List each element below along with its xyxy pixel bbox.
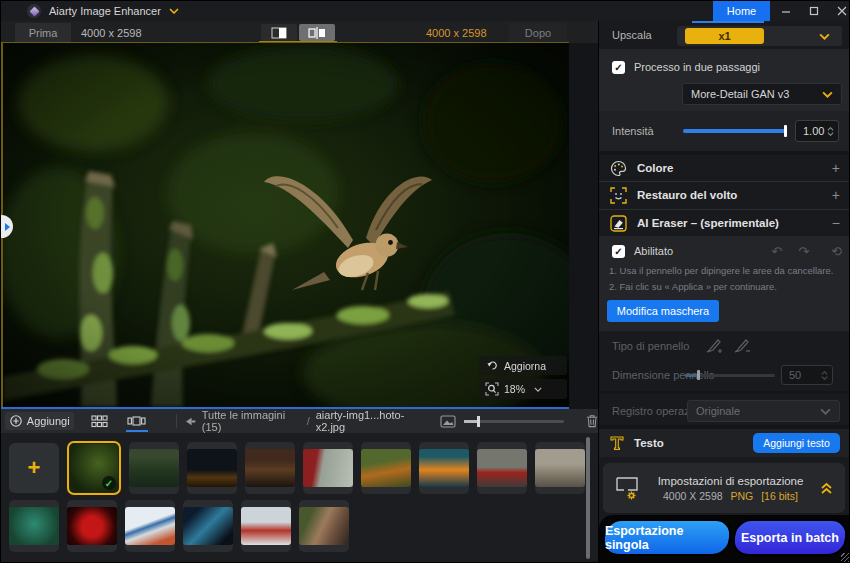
thumbnail-dog-art[interactable]: [183, 500, 233, 552]
section-color-title: Colore: [637, 162, 673, 174]
thumbnail-size-slider-handle[interactable]: [477, 416, 480, 427]
zoom-level-control[interactable]: 18%: [479, 379, 567, 399]
filmstrip-toolbar: Aggiungi Tutte le immagini (15) / ai: [1, 409, 598, 433]
thumbnail-image: [245, 449, 295, 487]
image-canvas[interactable]: [1, 42, 569, 407]
home-button[interactable]: Home: [713, 1, 770, 21]
minimize-button[interactable]: [773, 1, 799, 21]
intensity-value: 1.00: [803, 125, 824, 137]
intensity-spinner-arrows[interactable]: [827, 127, 834, 136]
section-color-expand-icon[interactable]: +: [832, 160, 840, 176]
thumbnail-image: [183, 507, 233, 545]
thumbnail-sunset-reeds[interactable]: [419, 442, 469, 494]
grid-view-button[interactable]: [88, 412, 111, 430]
window-resize-grip[interactable]: [841, 553, 850, 563]
model-dropdown[interactable]: More-Detail GAN v3: [682, 83, 842, 105]
intensity-slider-handle[interactable]: [784, 125, 787, 137]
redo-icon[interactable]: ↷: [798, 244, 809, 259]
export-settings-texts: Impostazioni di esportazione 4000 X 2598…: [641, 475, 820, 502]
upscale-dropdown[interactable]: x1: [677, 26, 842, 46]
export-settings-summary: 4000 X 2598 PNG [16 bits]: [641, 490, 820, 502]
zoom-chevron-down-icon: [534, 387, 542, 392]
single-view-toggle[interactable]: [261, 24, 297, 41]
thumbnail-village-street[interactable]: [535, 442, 585, 494]
thumbnail-red-station-snow[interactable]: [241, 500, 291, 552]
minimize-icon: [781, 6, 791, 16]
add-images-button[interactable]: Aggiungi: [5, 412, 74, 430]
eraser-enabled-checkbox[interactable]: ✓: [612, 245, 625, 258]
export-single-button[interactable]: Esportazione singola: [601, 519, 733, 556]
export-format: PNG: [731, 490, 754, 502]
tab-after[interactable]: Dopo: [509, 23, 567, 43]
refresh-label: Aggiorna: [504, 360, 546, 372]
section-color[interactable]: Colore +: [599, 155, 850, 181]
brush-size-slider[interactable]: [685, 374, 775, 377]
refresh-preview-button[interactable]: Aggiorna: [479, 356, 567, 375]
thumbnail-image: [125, 507, 175, 545]
thumbnail-image: [361, 449, 411, 487]
filmstrip-view-button[interactable]: [125, 412, 148, 430]
eraser-enabled-row: ✓ Abilitato ↶ ↷ ⟲: [599, 243, 850, 259]
thumbnail-size-slider[interactable]: [464, 420, 564, 423]
section-face-expand-icon[interactable]: +: [832, 187, 840, 203]
split-view-toggle[interactable]: [299, 24, 335, 41]
thumbnail-image: [299, 507, 349, 545]
thumbnail-bird-forest[interactable]: ✓: [67, 441, 121, 495]
brush-size-slider-handle[interactable]: [697, 370, 700, 380]
gallery-scrollbar[interactable]: [586, 437, 590, 559]
add-text-button[interactable]: Aggiungi testo: [753, 433, 840, 453]
intensity-spinbox[interactable]: 1.00: [795, 120, 839, 142]
brush-size-spinbox[interactable]: 50: [781, 365, 833, 385]
section-gap: [599, 391, 850, 394]
thumbnail-image: [9, 507, 59, 545]
thumbnail-autumn-lake[interactable]: [245, 442, 295, 494]
export-settings-card[interactable]: Impostazioni di esportazione 4000 X 2598…: [603, 463, 845, 513]
brush-subtract-icon[interactable]: [733, 338, 753, 354]
thumbnail-flower-hummingbird[interactable]: [303, 442, 353, 494]
breadcrumb-all-images[interactable]: Tutte le immagini (15): [202, 409, 301, 433]
thumbnail-image: [129, 449, 179, 487]
settings-panel: Upscala x1 ✓ Processo in due passaggi Mo…: [598, 21, 850, 563]
history-log-dropdown[interactable]: Originale: [687, 400, 840, 422]
thumbnail-image: [535, 449, 585, 487]
section-ai-eraser[interactable]: AI Eraser – (sperimentale) −: [599, 210, 850, 236]
single-view-icon: [271, 27, 287, 39]
close-button[interactable]: [829, 1, 850, 21]
filmstrip-view-active-underline: [126, 430, 148, 432]
intensity-slider[interactable]: [683, 129, 787, 133]
text-section-row: Testo Aggiungi testo: [599, 429, 850, 457]
two-pass-checkbox[interactable]: ✓: [612, 61, 625, 74]
edit-mask-button[interactable]: Modifica maschera: [607, 300, 719, 322]
thumbnail-child-portrait[interactable]: [361, 442, 411, 494]
section-eraser-collapse-icon[interactable]: −: [832, 215, 840, 231]
delete-trash-icon[interactable]: [586, 414, 598, 428]
titlebar: Aiarty Image Enhancer Home: [1, 1, 850, 21]
thumbnail-city-night[interactable]: [187, 442, 237, 494]
grid-view-icon: [91, 415, 108, 428]
maximize-button[interactable]: [801, 1, 827, 21]
thumbnail-woman-portrait[interactable]: [299, 500, 349, 552]
thumbnail-heron[interactable]: [129, 442, 179, 494]
brush-size-spinner-arrows[interactable]: [821, 371, 828, 380]
add-image-tile[interactable]: +: [9, 443, 59, 493]
reset-icon[interactable]: ⟲: [831, 244, 842, 259]
section-face-restore[interactable]: Restauro del volto +: [599, 182, 850, 208]
thumbnail-sea-turtle[interactable]: [9, 500, 59, 552]
brush-add-icon[interactable]: [705, 338, 725, 354]
brush-type-row: Tipo di pennello: [599, 335, 850, 357]
expand-arrow-icon: [4, 223, 10, 231]
app-menu-chevron-icon[interactable]: [169, 8, 179, 14]
back-arrow-icon[interactable]: [186, 417, 195, 426]
breadcrumb-current-file: aiarty-img1...hoto-x2.jpg: [316, 409, 426, 433]
export-batch-button[interactable]: Esporta in batch: [731, 519, 849, 556]
export-buttons-bar: Esportazione singola Esporta in batch: [599, 515, 850, 563]
filmstrip-view-icon: [127, 416, 146, 426]
collapse-double-chevron-icon[interactable]: [820, 482, 833, 495]
tab-before[interactable]: Prima: [15, 23, 71, 43]
export-settings-title: Impostazioni di esportazione: [641, 475, 820, 487]
thumbnail-white-building[interactable]: [125, 500, 175, 552]
history-log-row: Registro operazioni Originale: [599, 397, 850, 425]
thumbnail-red-fish[interactable]: [67, 500, 117, 552]
undo-icon[interactable]: ↶: [771, 244, 782, 259]
thumbnail-red-car[interactable]: [477, 442, 527, 494]
